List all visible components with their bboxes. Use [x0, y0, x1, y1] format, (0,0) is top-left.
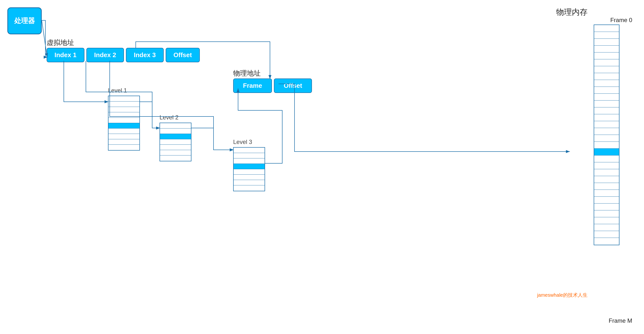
svg-line-2	[42, 20, 47, 57]
virtual-address-label: 虚拟地址	[47, 38, 74, 47]
physical-address-label: 物理地址	[233, 69, 261, 78]
address-segments: Index 1 Index 2 Index 3 Offset	[47, 48, 202, 62]
phys-seg-frame: Frame	[233, 78, 272, 93]
physical-memory-frameM-label: Frame M	[609, 317, 632, 324]
level1-label: Level 1	[108, 87, 127, 94]
watermark: jameswhale的技术人生	[537, 292, 588, 299]
level2-table	[160, 123, 192, 161]
level1-table	[108, 96, 140, 151]
seg-index2: Index 2	[86, 48, 124, 62]
physical-memory-column	[594, 24, 620, 245]
diagram-container: 物理内存 处理器 虚拟地址 Index 1 Index 2 Index 3 Of…	[0, 0, 644, 334]
processor-label: 处理器	[14, 16, 35, 25]
physical-memory-title: 物理内存	[556, 7, 588, 18]
processor-box: 处理器	[7, 7, 42, 34]
physical-address-segments: Frame Offset	[233, 78, 312, 93]
level2-label: Level 2	[160, 114, 178, 121]
seg-offset: Offset	[166, 48, 200, 62]
physical-memory-frame0-label: Frame 0	[610, 17, 632, 23]
seg-index1: Index 1	[47, 48, 84, 62]
level3-label: Level 3	[233, 139, 252, 145]
level3-table	[233, 147, 265, 191]
seg-index3: Index 3	[126, 48, 164, 62]
phys-seg-offset: Offset	[274, 78, 312, 93]
